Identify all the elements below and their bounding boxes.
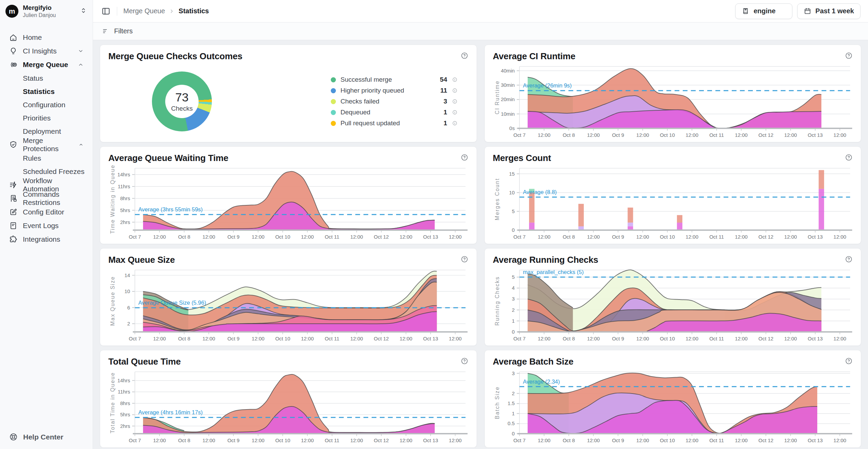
info-icon[interactable] [452, 77, 458, 82]
sidebar-subitem-status[interactable]: Status [5, 71, 88, 85]
chevron-right-icon [169, 9, 174, 14]
card-header: Merge Queue Checks Outcomes [108, 51, 468, 62]
sidebar-item-commands-restrictions[interactable]: Commands Restrictions [5, 192, 88, 205]
legend-row[interactable]: Higher priority queued11 [331, 87, 458, 94]
sidebar-subitem-statistics[interactable]: Statistics [5, 85, 88, 98]
x-tick-label: Oct 13 [808, 336, 823, 341]
x-tick-label: Oct 10 [660, 132, 675, 138]
card-total-queue-time: Total Queue Time2hrs5hrs8hrs11hrs14hrsOc… [100, 350, 477, 448]
x-tick-label: 12:00 [784, 132, 796, 138]
chevron-updown-icon[interactable] [80, 7, 87, 16]
doc-lock-icon [9, 194, 18, 203]
card-header: Average Queue Waiting Time [108, 153, 468, 163]
repo-selector-button[interactable]: engine [735, 3, 792, 19]
x-tick-label: 12:00 [685, 437, 698, 443]
breadcrumb-parent[interactable]: Merge Queue [123, 7, 165, 15]
help-icon[interactable] [845, 154, 853, 161]
chart-batch-size[interactable]: 00.511.523Oct 712:00Oct 812:00Oct 912:00… [493, 368, 853, 445]
y-tick-label: 3 [512, 296, 514, 302]
x-tick-label: 12:00 [202, 437, 215, 443]
x-tick-label: 12:00 [449, 437, 462, 443]
card-header: Merges Count [493, 153, 853, 163]
sidebar-item-merge-protections[interactable]: Merge Protections [5, 138, 88, 151]
org-avatar: m [5, 5, 18, 18]
info-icon[interactable] [452, 88, 458, 93]
chart-ci-runtime[interactable]: 0s10min20min30min40minOct 712:00Oct 812:… [493, 63, 853, 140]
sidebar-item-workflow-automation[interactable]: Workflow Automation [5, 178, 88, 192]
x-tick-label: 12:00 [400, 336, 412, 341]
x-tick-label: Oct 7 [513, 336, 525, 341]
y-axis-title: Total Time in Queue [110, 372, 115, 433]
x-tick-label: Oct 12 [374, 437, 389, 443]
y-tick-label: 14hrs [117, 378, 130, 383]
info-icon[interactable] [452, 110, 458, 115]
org-user: Julien Danjou [23, 12, 75, 18]
org-switcher[interactable]: m Mergifyio Julien Danjou [0, 0, 93, 22]
help-icon[interactable] [461, 255, 468, 263]
x-tick-label: 12:00 [833, 437, 846, 443]
chart-running-checks[interactable]: 012345Oct 712:00Oct 812:00Oct 912:00Oct … [493, 267, 853, 343]
y-tick-label: 3 [512, 370, 514, 376]
help-icon[interactable] [845, 52, 853, 60]
sidebar-subitem-scheduled-freezes[interactable]: Scheduled Freezes [5, 165, 88, 178]
help-icon[interactable] [461, 154, 468, 161]
sidebar-subitem-rules[interactable]: Rules [5, 151, 88, 165]
x-tick-label: 12:00 [587, 336, 600, 341]
bar-segment [529, 223, 534, 230]
help-icon[interactable] [461, 357, 468, 365]
help-icon[interactable] [461, 52, 468, 60]
x-tick-label: 12:00 [252, 234, 264, 240]
lifebuoy-icon [9, 432, 18, 442]
y-tick-label: 1 [512, 318, 514, 324]
y-tick-label: 6 [127, 305, 130, 310]
sidebar-item-config-editor[interactable]: Config Editor [5, 205, 88, 219]
x-tick-label: Oct 7 [513, 132, 525, 138]
y-axis-title: Merges Count [494, 178, 500, 220]
card-header: Total Queue Time [108, 356, 468, 367]
legend-row[interactable]: Successful merge54 [331, 76, 458, 83]
info-icon[interactable] [452, 99, 458, 104]
help-center-button[interactable]: Help Center [9, 432, 63, 442]
sidebar-subitem-priorities[interactable]: Priorities [5, 111, 88, 125]
x-tick-label: Oct 11 [709, 234, 724, 240]
x-tick-label: 12:00 [350, 234, 363, 240]
y-tick-label: 1.5 [508, 400, 515, 406]
legend-row[interactable]: Checks failed3 [331, 98, 458, 105]
time-range-button[interactable]: Past 1 week [797, 3, 861, 19]
donut-chart[interactable]: 73Checks [152, 71, 212, 131]
help-icon[interactable] [845, 357, 853, 365]
card-title: Merges Count [493, 153, 551, 163]
average-label: Average (3hrs 55min 59s) [138, 206, 203, 212]
card-body: 2hrs5hrs8hrs11hrs14hrsOct 712:00Oct 812:… [108, 163, 468, 243]
sidebar-item-event-logs[interactable]: Event Logs [5, 219, 88, 232]
sidebar-toggle-icon[interactable] [101, 6, 111, 16]
sidebar-item-integrations[interactable]: Integrations [5, 232, 88, 246]
sidebar-item-label: Merge Queue [23, 61, 68, 69]
sidebar-item-merge-queue[interactable]: Merge Queue [5, 58, 88, 71]
x-tick-label: Oct 8 [178, 336, 190, 341]
chart-total-queue-time[interactable]: 2hrs5hrs8hrs11hrs14hrsOct 712:00Oct 812:… [108, 368, 468, 445]
x-tick-label: Oct 8 [562, 437, 575, 443]
legend-color-dot [331, 110, 336, 115]
book-icon [742, 7, 749, 15]
pie-legend: Successful merge54Higher priority queued… [331, 73, 458, 130]
filters-label[interactable]: Filters [114, 27, 133, 35]
sidebar-item-home[interactable]: Home [5, 31, 88, 44]
card-body: 051015Oct 712:00Oct 812:00Oct 912:00Oct … [493, 163, 853, 243]
y-tick-label: 14 [124, 272, 130, 278]
x-tick-label: Oct 7 [129, 234, 141, 240]
legend-row[interactable]: Pull request updated1 [331, 119, 458, 127]
chart-merges-count[interactable]: 051015Oct 712:00Oct 812:00Oct 912:00Oct … [493, 165, 853, 242]
sidebar: m Mergifyio Julien Danjou HomeCI Insight… [0, 0, 93, 449]
filter-lines-icon[interactable] [102, 27, 110, 35]
chart-max-queue-size[interactable]: 261014Oct 712:00Oct 812:00Oct 912:00Oct … [108, 267, 468, 343]
chart-queue-waiting-time[interactable]: 2hrs5hrs8hrs11hrs14hrsOct 712:00Oct 812:… [108, 165, 468, 242]
legend-row[interactable]: Dequeued1 [331, 109, 458, 116]
info-icon[interactable] [452, 121, 458, 126]
sidebar-subitem-configuration[interactable]: Configuration [5, 98, 88, 111]
sidebar-subitem-deployment[interactable]: Deployment [5, 125, 88, 138]
help-icon[interactable] [845, 255, 853, 263]
sidebar-item-ci-insights[interactable]: CI Insights [5, 44, 88, 58]
card-header: Average Batch Size [493, 356, 853, 367]
card-max-queue-size: Max Queue Size261014Oct 712:00Oct 812:00… [100, 248, 477, 346]
